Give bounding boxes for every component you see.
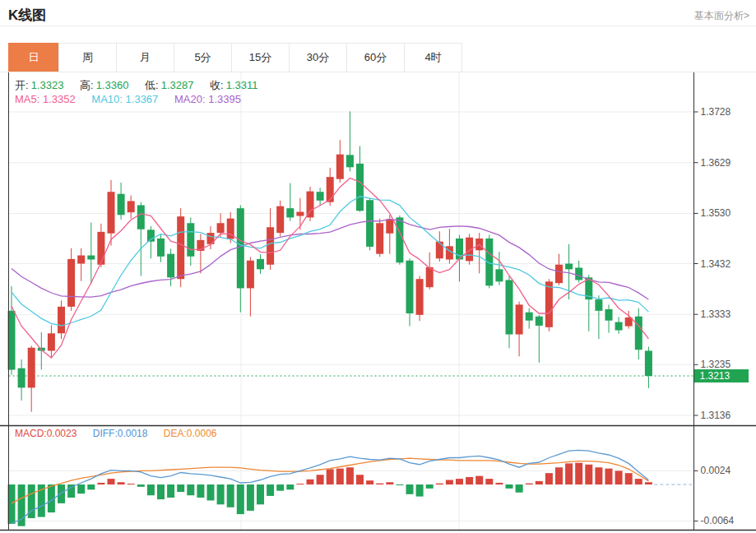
- svg-text:-0.0064: -0.0064: [701, 515, 735, 526]
- ma10-value: 1.3367: [126, 93, 159, 105]
- dea-value: 0.0006: [187, 428, 217, 439]
- tab-1[interactable]: 周: [58, 43, 117, 72]
- ma5-label: MA5:: [15, 93, 39, 105]
- high-label: 高:: [80, 78, 94, 93]
- dea-label: DEA:: [164, 428, 187, 439]
- tab-6[interactable]: 60分: [346, 43, 405, 72]
- svg-text:1.3629: 1.3629: [701, 157, 731, 169]
- kline-chart[interactable]: 1.37281.36291.35301.34321.33331.32351.31…: [0, 72, 756, 531]
- tab-0-active[interactable]: 日: [8, 43, 59, 72]
- ohlc-legend: 开:1.3323 高:1.3360 低:1.3287 收:1.3311: [15, 78, 257, 93]
- header-divider: [0, 25, 756, 26]
- low-label: 低:: [145, 78, 159, 93]
- svg-text:1.3333: 1.3333: [701, 308, 731, 320]
- macd-legend: MACD:0.0023 DIFF:0.0018 DEA:0.0006: [15, 428, 216, 439]
- diff-line: [12, 450, 648, 523]
- svg-text:0.0024: 0.0024: [701, 465, 731, 476]
- diff-label: DIFF:: [93, 428, 118, 439]
- ma20-label: MA20:: [174, 93, 206, 105]
- fundamental-analysis-link[interactable]: 基本面分析>: [694, 9, 749, 23]
- ma10-label: MA10:: [91, 93, 123, 105]
- current-price-tag: 1.3213: [694, 369, 749, 382]
- ma10-line: [12, 197, 648, 326]
- svg-text:1.3432: 1.3432: [701, 258, 731, 270]
- svg-text:1.3728: 1.3728: [701, 106, 731, 118]
- period-tab-bar: 日周月5分15分30分60分4时: [8, 43, 462, 72]
- tab-2[interactable]: 月: [116, 43, 174, 72]
- close-value: 1.3311: [226, 79, 258, 91]
- candles-layer: [8, 111, 652, 411]
- svg-text:1.3235: 1.3235: [701, 359, 731, 370]
- price-axis-labels: 1.37281.36291.35301.34321.33331.32351.31…: [694, 106, 735, 526]
- low-value: 1.3287: [161, 79, 194, 91]
- page-title: K线图: [8, 6, 46, 25]
- open-value: 1.3323: [31, 79, 64, 91]
- tab-5[interactable]: 30分: [289, 43, 347, 72]
- ma20-value: 1.3395: [208, 93, 241, 105]
- open-label: 开:: [15, 78, 29, 93]
- tab-3[interactable]: 5分: [174, 43, 232, 72]
- kline-page: K线图 基本面分析> 日周月5分15分30分60分4时 1.37281.3629…: [0, 0, 756, 533]
- axis-lines: [0, 72, 756, 531]
- svg-text:1.3136: 1.3136: [701, 410, 731, 421]
- ma5-value: 1.3352: [43, 93, 76, 105]
- close-label: 收:: [210, 78, 224, 93]
- high-value: 1.3360: [96, 79, 129, 91]
- ma-legend: MA5: 1.3352 MA10: 1.3367 MA20: 1.3395: [15, 93, 241, 105]
- svg-text:1.3530: 1.3530: [701, 207, 731, 219]
- macd-label: MACD:: [15, 428, 47, 439]
- tab-7[interactable]: 4时: [404, 43, 462, 72]
- diff-value: 0.0018: [118, 428, 148, 439]
- svg-text:1.3213: 1.3213: [700, 370, 730, 382]
- macd-value: 0.0023: [47, 428, 77, 439]
- tab-4[interactable]: 15分: [231, 43, 290, 72]
